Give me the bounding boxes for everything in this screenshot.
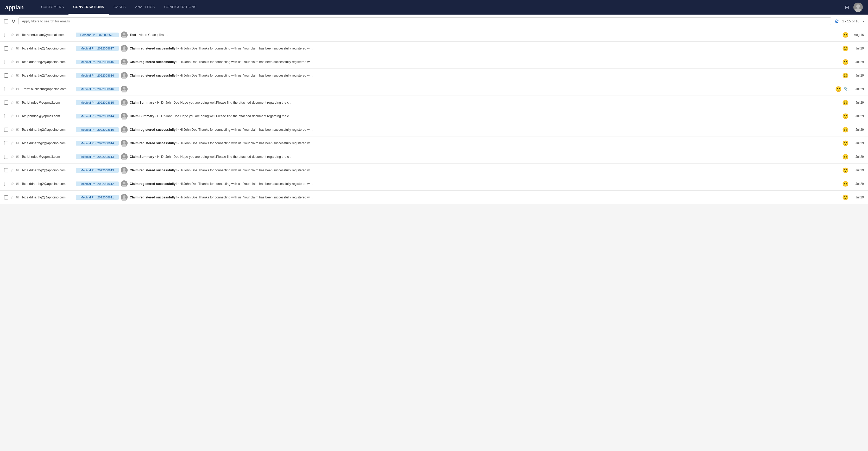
star-icon[interactable]: ☆ [10, 114, 14, 118]
row-checkbox-10[interactable] [4, 168, 8, 172]
nav-cases[interactable]: CASES [109, 0, 130, 14]
row-checkbox-9[interactable] [4, 155, 8, 159]
email-date: Jul 29 [851, 141, 864, 145]
star-icon[interactable]: ☆ [10, 141, 14, 146]
email-badge: Medical Pr - 2022008616 [76, 87, 119, 91]
row-checkbox-4[interactable] [4, 87, 8, 91]
star-icon[interactable]: ☆ [10, 86, 14, 91]
sender-avatar [121, 72, 128, 79]
svg-point-8 [123, 47, 125, 49]
mail-icon: ✉ [16, 73, 20, 78]
select-all-checkbox[interactable] [4, 19, 8, 24]
email-to: To: johndoe@yopmail.com [22, 155, 74, 158]
email-row[interactable]: ☆✉To: johndoe@yopmail.comMedical Pr - 20… [0, 150, 868, 163]
email-to: To: siddharthg2@appcino.com [22, 182, 74, 186]
grid-icon[interactable]: ⊞ [845, 4, 849, 10]
sender-avatar [121, 180, 128, 187]
star-icon[interactable]: ☆ [10, 100, 14, 105]
row-checkbox-8[interactable] [4, 141, 8, 145]
row-checkbox-11[interactable] [4, 182, 8, 186]
filter-icon[interactable]: ⚙ [834, 18, 839, 25]
star-icon[interactable]: ☆ [10, 73, 14, 78]
sentiment-icon: 🙂 [842, 113, 849, 119]
navbar-right: ⊞ [845, 3, 863, 12]
email-to: To: siddharthg2@appcino.com [22, 169, 74, 172]
mail-icon: ✉ [16, 114, 20, 118]
email-subject: Claim Summary - Hi Dr John Doe,Hope you … [130, 101, 840, 104]
sender-avatar [121, 194, 128, 201]
sentiment-icon: 🙂 [835, 86, 842, 92]
email-date: Jul 29 [851, 74, 864, 77]
nav-customers[interactable]: CUSTOMERS [36, 0, 68, 14]
sentiment-icon: 🙂 [842, 140, 849, 146]
row-checkbox-7[interactable] [4, 128, 8, 132]
email-badge: Medical Pr - 2022008614 [76, 114, 119, 118]
sender-avatar [121, 167, 128, 174]
mail-icon: ✉ [16, 100, 20, 105]
email-row[interactable]: ☆✉To: siddharthg2@appcino.comMedical Pr … [0, 137, 868, 150]
star-icon[interactable]: ☆ [10, 168, 14, 173]
nav-conversations[interactable]: CONVERSATIONS [68, 0, 109, 14]
email-row[interactable]: ☆✉To: siddharthg2@appcino.comMedical Pr … [0, 42, 868, 55]
email-subject: Claim registered successfully! - Hi John… [130, 182, 840, 186]
sentiment-icon: 🙂 [842, 154, 849, 160]
email-to: To: siddharthg2@appcino.com [22, 47, 74, 50]
user-avatar[interactable] [854, 3, 863, 12]
nav-configurations[interactable]: CONFIGURATIONS [160, 0, 201, 14]
mail-icon: ✉ [16, 60, 20, 64]
star-icon[interactable]: ☆ [10, 59, 14, 64]
mail-icon: ✉ [16, 46, 20, 51]
email-row[interactable]: ☆✉To: siddharthg2@appcino.comMedical Pr … [0, 163, 868, 177]
email-row[interactable]: ☆✉To: johndoe@yopmail.comMedical Pr - 20… [0, 96, 868, 109]
pagination-next-button[interactable]: › [863, 19, 864, 24]
email-date: Jul 29 [851, 47, 864, 50]
sender-avatar [121, 86, 128, 92]
row-checkbox-5[interactable] [4, 100, 8, 105]
row-checkbox-6[interactable] [4, 114, 8, 118]
logo[interactable]: appian [5, 4, 26, 11]
email-date: Aug 16 [851, 33, 864, 37]
email-row[interactable]: ☆✉From: akhileshn@appcino.comMedical Pr … [0, 82, 868, 96]
search-input[interactable] [19, 18, 831, 25]
refresh-button[interactable]: ↻ [11, 19, 16, 24]
row-checkbox-1[interactable] [4, 47, 8, 51]
email-row[interactable]: ☆✉To: siddharthg2@appcino.comMedical Pr … [0, 69, 868, 82]
email-to: To: siddharthg2@appcino.com [22, 74, 74, 77]
sentiment-icon: 🙂 [842, 45, 849, 52]
row-checkbox-3[interactable] [4, 73, 8, 78]
nav-analytics[interactable]: ANALYTICS [130, 0, 160, 14]
email-to: From: akhileshn@appcino.com [22, 87, 74, 91]
row-checkbox-2[interactable] [4, 60, 8, 64]
email-date: Jul 29 [851, 182, 864, 186]
star-icon[interactable]: ☆ [10, 195, 14, 200]
email-date: Jul 29 [851, 101, 864, 104]
email-row[interactable]: ☆✉To: siddharthg2@appcino.comMedical Pr … [0, 177, 868, 190]
sentiment-icon: 🙂 [842, 194, 849, 201]
email-row[interactable]: ☆✉To: albert.chan@yopmail.comPersonal P … [0, 28, 868, 42]
email-row[interactable]: ☆✉To: johndoe@yopmail.comMedical Pr - 20… [0, 109, 868, 123]
star-icon[interactable]: ☆ [10, 127, 14, 132]
email-row[interactable]: ☆✉To: siddharthg2@appcino.comMedical Pr … [0, 190, 868, 204]
email-date: Jul 29 [851, 60, 864, 64]
navbar: appian CUSTOMERS CONVERSATIONS CASES ANA… [0, 0, 868, 14]
email-row[interactable]: ☆✉To: siddharthg2@appcino.comMedical Pr … [0, 55, 868, 69]
email-subject: Claim registered successfully! - Hi John… [130, 74, 840, 77]
star-icon[interactable]: ☆ [10, 154, 14, 159]
email-badge: Medical Pr - 2022008612 [76, 181, 119, 186]
sender-avatar [121, 31, 128, 38]
star-icon[interactable]: ☆ [10, 32, 14, 37]
sender-avatar [121, 153, 128, 160]
sender-avatar [121, 45, 128, 52]
star-icon[interactable]: ☆ [10, 46, 14, 51]
email-row[interactable]: ☆✉To: siddharthg2@appcino.comMedical Pr … [0, 123, 868, 137]
sentiment-icon: 🙂 [842, 181, 849, 187]
email-badge: Medical Pr - 2022008616 [76, 73, 119, 78]
sender-avatar [121, 126, 128, 133]
sentiment-icon: 🙂 [842, 167, 849, 173]
email-to: To: siddharthg2@appcino.com [22, 141, 74, 145]
mail-icon: ✉ [16, 141, 20, 146]
row-checkbox-12[interactable] [4, 195, 8, 200]
star-icon[interactable]: ☆ [10, 181, 14, 186]
svg-point-32 [123, 155, 125, 157]
row-checkbox-0[interactable] [4, 33, 8, 37]
